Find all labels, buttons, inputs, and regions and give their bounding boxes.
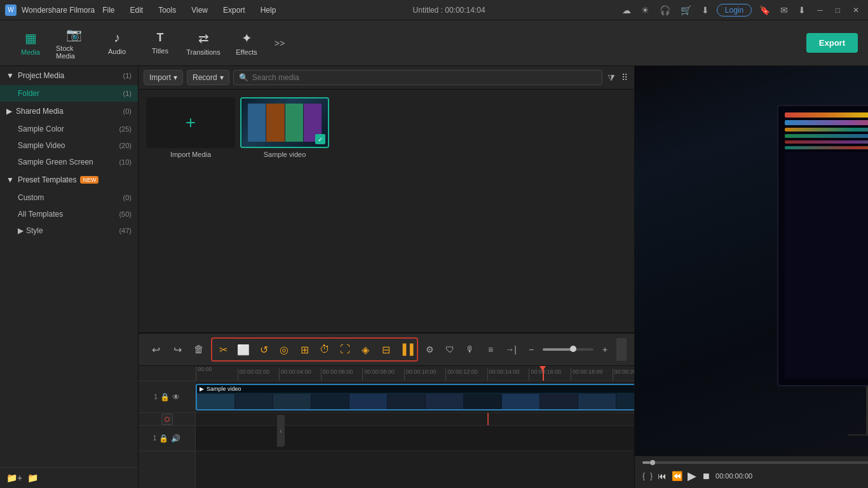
titlebar-right: ☁ ☀ 🎧 🛒 ⬇ Login 🔖 ✉ ⬇ ─ □ ✕ [620,4,863,17]
menu-tools[interactable]: Tools [156,4,179,16]
add-folder-icon[interactable]: 📁+ [6,473,22,483]
playhead-handle[interactable] [161,414,173,425]
tool-effects[interactable]: ✦ Effects [226,23,267,64]
video-clip[interactable]: ▶ Sample video [196,384,634,410]
circle-tool[interactable]: ◎ [275,340,294,359]
ruler-mark-10: 00:00:20:00 [613,369,635,381]
sun-icon[interactable]: ☀ [639,4,652,17]
grid-view-icon[interactable]: ⠿ [620,71,629,84]
timeline-content: 1 🔒 👁 1 🔒 🔊 [139,381,634,488]
minimize-button[interactable]: ─ [813,4,827,16]
search-input[interactable] [252,73,597,82]
folder-icon[interactable]: 📁 [27,473,38,483]
diamond-tool[interactable]: ◈ [356,340,375,359]
section-project-media-header[interactable]: ▼ Project Media (1) [0,66,138,85]
chevron-right-icon: ▶ [6,107,12,116]
volume-icon[interactable]: 🔊 [171,434,180,443]
split-icon[interactable]: →| [502,341,520,358]
section-preset-templates-header[interactable]: ▼ Preset Templates NEW [0,170,138,189]
record-dropdown[interactable]: Record ▾ [187,70,229,85]
rotate-tool[interactable]: ↺ [254,340,273,359]
left-panel: ▼ Project Media (1) Folder (1) ▶ Shared … [0,66,139,488]
sidebar-item-all-templates[interactable]: All Templates (50) [0,206,138,222]
mic-icon[interactable]: 🎙 [461,341,479,358]
progress-bar[interactable] [642,461,868,464]
range-start-icon[interactable]: { [642,471,645,480]
sidebar-item-sample-green[interactable]: Sample Green Screen (10) [0,154,138,170]
list-icon[interactable]: ≡ [482,341,499,358]
filter-icon[interactable]: ⧩ [606,71,616,85]
menu-help[interactable]: Help [258,4,279,16]
menu-view[interactable]: View [189,4,210,16]
maximize-button[interactable]: □ [832,4,844,16]
tool-stock-media[interactable]: 📷 Stock Media [53,23,94,64]
video-frame [635,66,868,456]
sidebar-item-folder[interactable]: Folder (1) [0,85,138,102]
mix-tool[interactable]: ⊟ [376,340,395,359]
menu-edit[interactable]: Edit [128,4,146,16]
tool-media[interactable]: ▦ Media [10,23,51,64]
playhead-triangle [539,366,546,371]
import-dropdown[interactable]: Import ▾ [144,70,183,85]
close-button[interactable]: ✕ [849,4,863,16]
download-icon[interactable]: ⬇ [699,4,712,17]
effects-icon: ✦ [241,30,252,46]
chevron-left-icon: ‹ [280,428,281,435]
export-button[interactable]: Export [806,33,858,53]
cut-tool[interactable]: ✂ [214,340,233,359]
eye-icon[interactable]: 👁 [172,393,180,402]
sidebar-item-sample-video[interactable]: Sample Video (20) [0,137,138,154]
color-bar-5 [785,140,868,144]
chevron-right-style: ▶ Style [18,226,43,235]
delete-button[interactable]: 🗑 [189,340,208,359]
timer-tool[interactable]: ⏱ [315,340,334,359]
sidebar-item-sample-color[interactable]: Sample Color (25) [0,121,138,137]
grid-tool[interactable]: ⊞ [295,340,314,359]
sample-video-label: Sample video [240,151,329,158]
settings-icon[interactable]: ⚙ [421,341,438,358]
toolbar-expand[interactable]: >> [272,36,287,51]
playhead-track-line [487,413,489,425]
tool-audio[interactable]: ♪ Audio [97,23,137,64]
zoom-thumb[interactable] [570,346,576,352]
progress-thumb[interactable] [650,460,655,465]
audio-tool[interactable]: ▐▐ [397,340,416,359]
color-bar-1 [785,112,868,118]
message-icon[interactable]: ✉ [778,4,790,17]
shield-icon[interactable]: 🛡 [441,341,459,358]
list-item[interactable]: ✓ Sample video [240,97,329,158]
menu-file[interactable]: File [100,4,117,16]
thumb-seg [578,394,616,410]
monitor-base [848,434,868,436]
bookmark-icon[interactable]: 🔖 [757,4,773,17]
menu-export[interactable]: Export [220,4,248,16]
sidebar-item-style[interactable]: ▶ Style (47) [0,222,138,239]
zoom-in-icon[interactable]: + [596,341,614,358]
time-display: 00:00:00:00 [715,472,752,480]
zoom-slider[interactable] [543,348,593,351]
crop-tool[interactable]: ⬜ [234,340,253,359]
skip-back-button[interactable]: ⏮ [658,471,667,481]
sidebar-item-custom[interactable]: Custom (0) [0,189,138,206]
redo-button[interactable]: ↪ [168,340,187,359]
lock-icon[interactable]: 🔒 [160,393,170,402]
playhead-circle [165,417,170,422]
cloud-icon[interactable]: ☁ [620,4,634,17]
panel-collapse-handle[interactable]: ‹ [277,415,285,447]
tool-transitions[interactable]: ⇄ Transitions [183,23,224,64]
arrow-down-icon[interactable]: ⬇ [796,4,808,17]
section-shared-media-header[interactable]: ▶ Shared Media (0) [0,102,138,121]
list-item[interactable]: + Import Media [146,97,235,158]
expand-tool[interactable]: ⛶ [336,340,355,359]
undo-button[interactable]: ↩ [146,340,165,359]
headset-icon[interactable]: 🎧 [657,4,673,17]
step-back-button[interactable]: ⏪ [672,471,682,481]
store-icon[interactable]: 🛒 [678,4,694,17]
play-button[interactable]: ▶ [688,469,696,483]
range-end-icon[interactable]: } [650,471,653,480]
tool-titles[interactable]: T Titles [140,23,180,64]
lock-icon-audio[interactable]: 🔒 [159,434,168,443]
stop-button[interactable]: ⏹ [702,471,710,481]
login-button[interactable]: Login [717,4,752,17]
zoom-out-icon[interactable]: − [522,341,540,358]
